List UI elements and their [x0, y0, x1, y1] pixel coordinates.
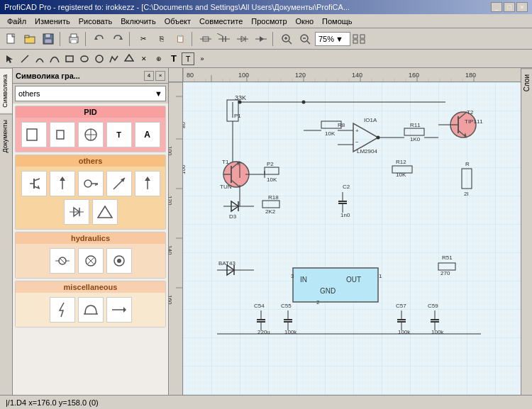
print-button[interactable] — [65, 31, 82, 47]
svg-text:120: 120 — [169, 196, 173, 206]
toolbar-separator-3 — [129, 32, 132, 46]
canvas-container[interactable]: 80 100 120 140 160 180 — [169, 68, 521, 395]
others-symbol-triangle[interactable] — [92, 199, 118, 225]
open-button[interactable] — [21, 31, 38, 47]
circuit-drawing[interactable]: 33K P1 T2 TIP111 + − LM2904 IO1A — [183, 82, 521, 395]
svg-line-14 — [217, 33, 223, 36]
svg-text:2K2: 2K2 — [265, 208, 276, 215]
zoom-level[interactable]: 75% ▼ — [315, 32, 350, 46]
tab-layers[interactable]: Слои — [521, 68, 532, 97]
zoom-in-button[interactable] — [278, 31, 295, 47]
pid-symbol-0[interactable] — [21, 122, 47, 147]
maximize-button[interactable]: □ — [504, 2, 515, 12]
cross-tool[interactable]: ✕ — [137, 52, 151, 66]
svg-text:1: 1 — [379, 273, 382, 279]
component-btn-1[interactable] — [197, 31, 214, 47]
component-btn-2[interactable] — [216, 31, 233, 47]
menu-insert[interactable]: Включить — [116, 16, 160, 26]
save-button[interactable] — [40, 31, 57, 47]
menu-draw[interactable]: Рисовать — [74, 16, 117, 26]
cut-button[interactable]: ✂ — [135, 31, 152, 47]
misc-symbol-lightning[interactable] — [50, 297, 75, 323]
zoom-dropdown-arrow[interactable]: ▼ — [336, 35, 343, 43]
svg-text:1n0: 1n0 — [340, 212, 350, 218]
tab-documents[interactable]: Документы — [0, 113, 12, 158]
ruler-horizontal: 80 100 120 140 160 180 — [183, 68, 521, 82]
polyline-tool[interactable] — [107, 52, 121, 66]
svg-text:R51: R51 — [442, 254, 453, 261]
text-box-tool[interactable]: T — [182, 52, 194, 65]
zoom-fit-button[interactable] — [352, 31, 366, 47]
svg-marker-49 — [60, 177, 65, 181]
component-btn-4[interactable] — [253, 31, 270, 47]
arc-tool[interactable] — [33, 52, 47, 66]
pid-header: PID — [16, 106, 165, 118]
line-tool[interactable] — [18, 52, 32, 66]
svg-rect-7 — [71, 34, 77, 38]
pid-symbol-4[interactable]: A — [135, 122, 160, 147]
component-btn-3[interactable] — [234, 31, 251, 47]
circle-tool[interactable] — [92, 52, 106, 66]
others-symbol-key[interactable] — [78, 171, 104, 196]
misc-symbol-dome[interactable] — [78, 297, 104, 323]
pid-symbol-1[interactable] — [50, 122, 75, 147]
misc-symbol-arrow-right[interactable] — [106, 297, 132, 323]
category-dropdown[interactable]: others ▼ — [15, 86, 166, 101]
svg-text:P1: P1 — [234, 113, 241, 119]
svg-marker-37 — [125, 55, 133, 61]
hyd-symbol-1[interactable] — [78, 248, 104, 274]
bezier-tool[interactable] — [48, 52, 62, 66]
paste-button[interactable]: 📋 — [172, 31, 189, 47]
select-tool[interactable] — [3, 52, 17, 66]
menu-view[interactable]: Просмотр — [247, 16, 291, 26]
svg-text:2: 2 — [316, 299, 320, 306]
crosshair-tool[interactable]: ⊕ — [152, 52, 166, 66]
svg-rect-32 — [360, 40, 365, 43]
others-symbols — [16, 167, 165, 229]
zoom-out-button[interactable] — [297, 31, 314, 47]
pid-symbol-3[interactable]: T — [106, 122, 132, 147]
svg-text:D3: D3 — [229, 213, 237, 220]
svg-point-227 — [377, 136, 380, 140]
pid-symbol-2[interactable] — [78, 122, 104, 147]
toolbar-separator-4 — [192, 32, 194, 46]
others-symbol-arrow-up[interactable] — [50, 171, 75, 196]
others-symbol-arrow2[interactable] — [135, 171, 160, 196]
panel-pin-button[interactable]: 4 — [144, 71, 154, 81]
rect-tool[interactable] — [62, 52, 77, 66]
menu-align[interactable]: Совместите — [195, 16, 247, 26]
others-symbol-diag-arrow[interactable] — [106, 171, 132, 196]
hyd-symbol-0[interactable] — [50, 248, 75, 274]
close-button[interactable]: × — [516, 2, 528, 12]
svg-text:10K: 10K — [325, 130, 336, 137]
svg-text:160: 160 — [169, 295, 173, 305]
menu-help[interactable]: Помощь — [318, 16, 357, 26]
ellipse-tool[interactable] — [77, 52, 92, 66]
others-symbol-diode[interactable] — [64, 199, 89, 225]
svg-text:180: 180 — [465, 72, 476, 79]
copy-button[interactable]: ⎘ — [153, 31, 170, 47]
undo-button[interactable] — [91, 31, 108, 47]
svg-text:IN: IN — [300, 276, 307, 284]
titlebar: ProfiCAD Pro - registered to: irokkezz -… — [0, 0, 532, 14]
menu-file[interactable]: Файл — [3, 16, 31, 26]
hydraulics-header: hydraulics — [16, 232, 165, 244]
more-tools[interactable]: » — [195, 52, 209, 66]
text-tool[interactable]: T — [167, 52, 181, 66]
main-area: Символика Документы Символика гра... 4 ×… — [0, 68, 532, 395]
minimize-button[interactable]: _ — [491, 2, 502, 12]
polygon-tool[interactable] — [122, 52, 136, 66]
panel-close-button[interactable]: × — [155, 71, 165, 81]
svg-point-36 — [96, 55, 103, 62]
svg-text:C57: C57 — [396, 303, 406, 309]
svg-text:TIP111: TIP111 — [465, 118, 483, 125]
others-symbol-transistor[interactable] — [21, 171, 47, 196]
toolbar-separator-2 — [85, 32, 88, 46]
menu-edit[interactable]: Изменить — [31, 16, 74, 26]
hyd-symbol-2[interactable] — [106, 248, 132, 274]
redo-button[interactable] — [109, 31, 126, 47]
menu-window[interactable]: Окно — [292, 16, 318, 26]
menu-object[interactable]: Объект — [160, 16, 195, 26]
new-button[interactable] — [3, 31, 20, 47]
tab-symbols[interactable]: Символика — [0, 68, 12, 113]
